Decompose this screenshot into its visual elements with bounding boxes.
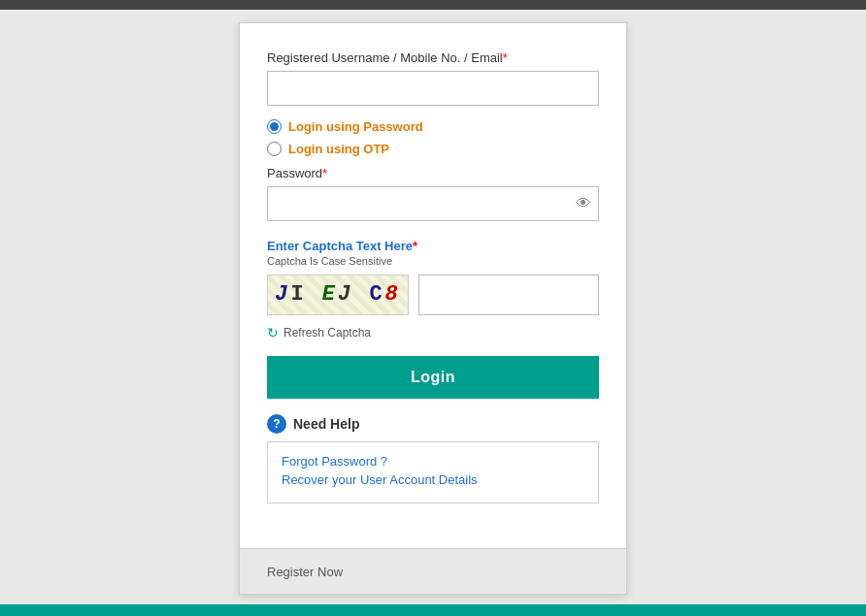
card-footer: Register Now [240, 548, 626, 594]
captcha-image: JI EJ C8 [267, 275, 409, 315]
captcha-required-star: * [413, 239, 417, 253]
help-box: Forgot Password ? Recover your User Acco… [267, 441, 599, 503]
refresh-captcha-button[interactable]: ↻ Refresh Captcha [267, 325, 599, 340]
captcha-char-8: 8 [385, 282, 401, 307]
radio-password-text: Login using Password [288, 119, 423, 134]
captcha-char-e: E [322, 282, 338, 307]
captcha-input[interactable] [418, 275, 599, 315]
need-help-section: ? Need Help Forgot Password ? Recover yo… [267, 414, 599, 503]
radio-otp-text: Login using OTP [288, 142, 389, 156]
username-input[interactable] [267, 71, 599, 106]
login-method-radio-group: Login using Password Login using OTP [267, 119, 599, 156]
radio-password[interactable] [267, 119, 282, 134]
password-input[interactable] [267, 186, 599, 221]
refresh-captcha-label: Refresh Captcha [283, 326, 371, 340]
help-icon: ? [267, 414, 286, 434]
captcha-char-c: C [369, 282, 384, 307]
radio-password-label[interactable]: Login using Password [267, 119, 599, 134]
radio-otp[interactable] [267, 142, 282, 156]
eye-icon[interactable]: 👁 [576, 195, 591, 212]
captcha-char-j1: J [275, 282, 290, 307]
recover-account-link[interactable]: Recover your User Account Details [282, 472, 584, 487]
password-required-star: * [322, 166, 327, 180]
captcha-label: Enter Captcha Text Here* [267, 239, 599, 253]
login-card: Registered Username / Mobile No. / Email… [239, 22, 627, 595]
password-label: Password* [267, 166, 599, 180]
password-wrapper: 👁 [267, 186, 599, 221]
captcha-sensitive-note: Captcha Is Case Sensitive [267, 255, 599, 267]
need-help-header: ? Need Help [267, 414, 599, 434]
captcha-section: Enter Captcha Text Here* Captcha Is Case… [267, 239, 599, 340]
radio-otp-label[interactable]: Login using OTP [267, 142, 599, 156]
password-section: Password* 👁 [267, 166, 599, 221]
captcha-row: JI EJ C8 [267, 275, 599, 315]
need-help-label: Need Help [293, 416, 359, 432]
register-now-link[interactable]: Register Now [267, 565, 343, 579]
captcha-char-j2: J [338, 282, 353, 307]
bottom-bar [0, 604, 866, 616]
refresh-icon: ↻ [267, 325, 279, 340]
username-required-star: * [503, 50, 508, 65]
password-label-text: Password [267, 166, 322, 180]
forgot-password-link[interactable]: Forgot Password ? [282, 454, 584, 469]
top-bar [0, 0, 866, 10]
username-label-text: Registered Username / Mobile No. / Email [267, 50, 503, 65]
captcha-char-i: I [290, 282, 306, 307]
card-body: Registered Username / Mobile No. / Email… [240, 23, 626, 548]
login-button[interactable]: Login [267, 356, 599, 399]
username-label: Registered Username / Mobile No. / Email… [267, 50, 599, 65]
captcha-label-text: Enter Captcha Text Here [267, 239, 413, 253]
